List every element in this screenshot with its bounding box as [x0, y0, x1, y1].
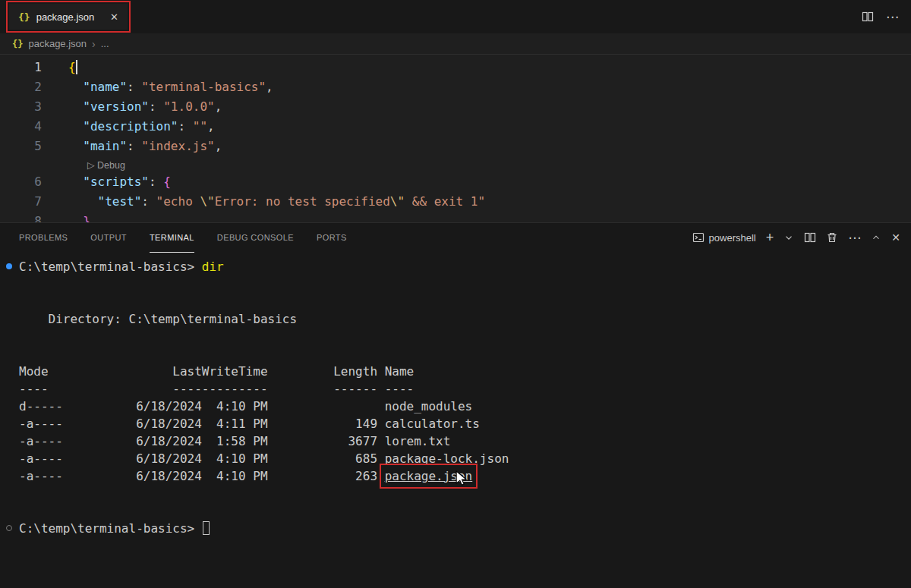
- code-token: [68, 194, 98, 209]
- active-shell[interactable]: powershell: [692, 231, 756, 244]
- code-token: [68, 214, 83, 222]
- code-token: :: [149, 175, 163, 189]
- code-token: :: [127, 139, 141, 153]
- line-content: "name": "terminal-basics",: [68, 77, 273, 97]
- code-token: [68, 80, 83, 94]
- editor-line: 2 "name": "terminal-basics",: [0, 77, 911, 97]
- code-token: "echo: [156, 194, 200, 209]
- line-number: 8: [0, 212, 42, 222]
- terminal-line: [19, 293, 911, 310]
- terminal-line: -a---- 6/18/2024 4:10 PM 263 package.jso…: [19, 467, 911, 485]
- code-token: :: [149, 99, 163, 114]
- code-token: [68, 99, 83, 114]
- terminal-prompt: C:\temp\terminal-basics>: [19, 521, 202, 536]
- editor-caret: [76, 60, 77, 74]
- code-token: }: [83, 214, 90, 222]
- breadcrumb: {} package.json › ...: [0, 33, 911, 55]
- terminal-line: -a---- 6/18/2024 1:58 PM 3677 lorem.txt: [19, 432, 911, 450]
- editor-line: 8 }: [0, 212, 911, 222]
- panel-tab-terminal[interactable]: TERMINAL: [150, 223, 194, 253]
- code-token: "version": [83, 99, 149, 114]
- code-token: \": [390, 194, 405, 209]
- close-panel-icon[interactable]: ✕: [891, 231, 900, 244]
- line-content: "scripts": {: [68, 172, 171, 192]
- terminal-line: Directory: C:\temp\terminal-basics: [19, 310, 911, 328]
- terminal-content[interactable]: C:\temp\terminal-basics> dir Directory: …: [0, 252, 911, 537]
- code-token: \": [200, 194, 214, 209]
- code-token: "main": [83, 139, 127, 153]
- editor-line: 4 "description": "",: [0, 117, 911, 137]
- editor-actions: ⋯: [862, 11, 899, 24]
- panel-tab-problems[interactable]: PROBLEMS: [19, 223, 68, 253]
- terminal-text: Directory: C:\temp\terminal-basics: [19, 312, 297, 326]
- split-editor-icon[interactable]: [862, 11, 874, 23]
- line-content: {: [68, 58, 77, 77]
- editor[interactable]: 1{2 "name": "terminal-basics",3 "version…: [0, 55, 911, 222]
- panel-tab-ports[interactable]: PORTS: [317, 223, 347, 253]
- codelens-debug-action[interactable]: ▷ Debug: [87, 160, 125, 171]
- json-file-icon: {}: [18, 11, 30, 23]
- command-decoration-icon[interactable]: [6, 263, 12, 269]
- chevron-down-icon[interactable]: [783, 232, 794, 243]
- terminal-line: C:\temp\terminal-basics> dir: [19, 258, 911, 275]
- split-terminal-icon[interactable]: [804, 231, 816, 244]
- terminal-line: [19, 345, 911, 363]
- close-icon[interactable]: ✕: [106, 11, 118, 23]
- code-token: "terminal-basics": [141, 80, 266, 94]
- code-token: :: [141, 194, 156, 209]
- json-file-icon: {}: [12, 39, 23, 49]
- new-terminal-icon[interactable]: +: [766, 231, 774, 244]
- tab-package-json[interactable]: {} package.json ✕: [9, 4, 128, 30]
- panel-tab-output[interactable]: OUTPUT: [90, 223, 127, 253]
- codelens-row: ▷ Debug: [0, 156, 911, 172]
- code-token: "name": [83, 80, 127, 94]
- panel-tab-debug-console[interactable]: DEBUG CONSOLE: [217, 223, 294, 253]
- code-token: ,: [207, 119, 215, 134]
- trash-icon[interactable]: [826, 231, 838, 244]
- chevron-up-icon[interactable]: [871, 232, 881, 243]
- line-number: 2: [0, 77, 42, 97]
- line-content: "version": "1.0.0",: [68, 97, 222, 117]
- code-token: :: [178, 119, 193, 134]
- editor-line: 5 "main": "index.js",: [0, 137, 911, 156]
- tab-label: package.json: [36, 11, 95, 23]
- terminal-text: -a---- 6/18/2024 4:10 PM 263: [19, 469, 385, 483]
- code-token: ,: [215, 99, 222, 114]
- breadcrumb-symbol[interactable]: ...: [101, 38, 109, 49]
- line-content: "test": "echo \"Error: no test specified…: [68, 192, 485, 212]
- terminal-line: -a---- 6/18/2024 4:10 PM 685 package-loc…: [19, 450, 911, 467]
- line-content: }: [68, 212, 90, 222]
- terminal-line: [19, 275, 911, 293]
- pending-command-decoration-icon[interactable]: [6, 525, 12, 531]
- terminal-prompt: C:\temp\terminal-basics>: [19, 259, 202, 274]
- editor-line: 3 "version": "1.0.0",: [0, 97, 911, 117]
- line-content: "description": "",: [68, 117, 215, 137]
- editor-lines: 1{2 "name": "terminal-basics",3 "version…: [0, 58, 911, 222]
- terminal-text: Mode LastWriteTime Length Name: [19, 364, 414, 379]
- code-token: "description": [83, 119, 178, 134]
- terminal-text: -a---- 6/18/2024 4:11 PM 149 calculator.…: [19, 417, 480, 431]
- terminal-command: dir: [202, 259, 224, 274]
- terminal-line: [19, 328, 911, 345]
- code-token: "1.0.0": [163, 99, 214, 114]
- terminal-line: [19, 485, 911, 502]
- panel-more-actions-icon[interactable]: ⋯: [848, 231, 861, 244]
- more-actions-icon[interactable]: ⋯: [886, 11, 899, 24]
- terminal-file-link[interactable]: package.json: [385, 469, 473, 483]
- code-token: && exit 1": [405, 194, 485, 209]
- terminal-cursor: [203, 521, 210, 535]
- editor-line: 6 "scripts": {: [0, 172, 911, 192]
- terminal-text: d----- 6/18/2024 4:10 PM node_modules: [19, 399, 472, 413]
- line-content: ▷ Debug: [68, 156, 125, 172]
- shell-name: powershell: [709, 232, 756, 244]
- breadcrumb-file[interactable]: package.json: [28, 38, 87, 49]
- line-number: 3: [0, 97, 42, 117]
- code-token: "test": [98, 194, 142, 209]
- vscode-window: {} package.json ✕ ⋯ {} package.json › ..…: [0, 0, 911, 588]
- editor-line: 7 "test": "echo \"Error: no test specifi…: [0, 192, 911, 212]
- line-number: 6: [0, 172, 42, 192]
- terminal-text: -a---- 6/18/2024 4:10 PM 685 package-loc…: [19, 451, 509, 466]
- code-token: {: [163, 175, 171, 189]
- code-token: [68, 175, 83, 189]
- line-number: 7: [0, 192, 42, 212]
